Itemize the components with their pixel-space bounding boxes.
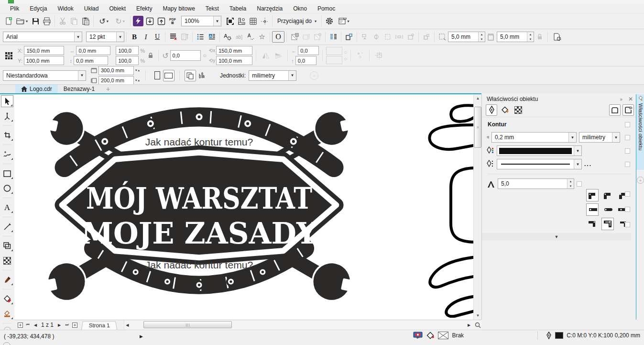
scroll-down-button[interactable]: ▼ — [474, 312, 481, 320]
x-position-field[interactable]: 150,0 mm — [24, 46, 64, 55]
publish-pdf-button[interactable]: PDF⊞ — [167, 15, 178, 27]
offset-x-field[interactable]: 0,0 — [298, 46, 319, 55]
menu-mapy-bitowe[interactable]: Mapy bitowe — [157, 5, 200, 12]
show-rulers-button[interactable] — [236, 15, 247, 27]
open-button[interactable]: ▾ — [14, 15, 30, 27]
text-frame-button[interactable] — [343, 31, 355, 43]
margin-left-spinner[interactable]: 5,0 mm ▲▼ — [448, 32, 485, 42]
save-button[interactable] — [30, 15, 41, 27]
interactive-fill-tool[interactable] — [1, 293, 13, 305]
outline-position-checkbox[interactable] — [625, 222, 630, 227]
outline-outside-button[interactable] — [586, 218, 599, 230]
text-tool[interactable]: A — [1, 201, 13, 213]
contour-tool[interactable] — [1, 240, 13, 252]
margin-right-up[interactable]: ▲ — [527, 32, 534, 37]
menu-widok[interactable]: Widok — [52, 5, 78, 12]
portrait-button[interactable] — [152, 70, 163, 81]
dimension-tool[interactable] — [1, 221, 13, 233]
fill-status-icon[interactable] — [426, 332, 435, 340]
smart-fill-tool[interactable] — [1, 308, 13, 320]
menu-narzedzia[interactable]: Narzędzia — [251, 5, 288, 12]
zoom-level-combo[interactable]: 100% ▼ — [181, 16, 221, 26]
menu-plik[interactable]: Plik — [5, 5, 24, 12]
horizontal-scrollbar[interactable]: ◀ ||| ▶ — [124, 320, 481, 330]
scale-y-field[interactable]: 100,0 — [116, 56, 139, 65]
zoom-widget-button[interactable] — [474, 321, 481, 329]
doc-tab-beznazwy[interactable]: Beznazwy-1 — [58, 85, 100, 94]
previous-page-button[interactable]: ◀ — [32, 321, 39, 329]
page-tab-strona1[interactable]: Strona 1 — [81, 321, 117, 330]
offset-y-field[interactable]: 0,0 — [295, 56, 317, 65]
units-combo[interactable]: milimetry ▼ — [249, 70, 296, 81]
columns-button[interactable] — [327, 31, 339, 43]
crop-tool[interactable] — [1, 129, 13, 141]
export-button[interactable] — [155, 15, 167, 27]
snap-to-button[interactable]: Przyciągaj do▾ — [274, 15, 319, 27]
landscape-button[interactable] — [163, 70, 175, 81]
color-proof-icon[interactable] — [413, 332, 423, 339]
object-properties-vertical-tab[interactable]: Właściwości obiektu — [636, 94, 644, 170]
docker-close-button[interactable]: ✕ — [628, 96, 633, 102]
outline-shapes-partial[interactable] — [425, 95, 475, 318]
options-gear-button[interactable] — [324, 15, 335, 27]
print-button[interactable] — [41, 15, 53, 27]
outline-units-combo[interactable]: milimetry ▼ — [579, 132, 620, 143]
frame-visibility-button[interactable] — [622, 104, 634, 116]
rectangle-tool[interactable] — [1, 167, 13, 179]
cap-butt-button[interactable] — [586, 203, 599, 216]
cap-round-button[interactable] — [601, 203, 614, 216]
menu-pomoc[interactable]: Pomoc — [312, 5, 340, 12]
current-page-button[interactable] — [196, 70, 207, 81]
docker-expand-button[interactable]: ▼ — [482, 233, 631, 241]
paste-button[interactable] — [80, 15, 91, 27]
horizontal-scroll-thumb[interactable]: ||| — [143, 321, 232, 328]
undo-dropdown[interactable]: ▾ — [107, 19, 109, 23]
logo-artwork[interactable]: MÓJ WARSZTAT MOJE ZASADY Jak nadać kontu… — [21, 95, 377, 314]
page-height-field[interactable]: 200,0 mm — [98, 76, 134, 85]
show-grid-button[interactable] — [247, 15, 259, 27]
miter-limit-spinner[interactable]: 5,0 ▲▼ — [498, 178, 574, 189]
page-width-spin[interactable]: ▾ ▴ — [135, 68, 140, 72]
document-settings-button[interactable] — [550, 31, 564, 43]
shape-tool[interactable] — [1, 110, 13, 122]
wrap-text-add-button[interactable] — [289, 31, 300, 43]
outline-width-combo[interactable]: 0,2 mm ▼ — [491, 132, 577, 143]
miter-down[interactable]: ▼ — [568, 184, 574, 189]
outline-color-combo[interactable]: ▼ — [497, 145, 582, 156]
new-document-button[interactable] — [3, 15, 14, 27]
menu-tekst[interactable]: Tekst — [200, 5, 224, 12]
page-height-spin[interactable]: ▾ ▴ — [135, 78, 140, 82]
menu-okno[interactable]: Okno — [288, 5, 312, 12]
outline-section-checkbox[interactable] — [625, 122, 630, 127]
menu-uklad[interactable]: Układ — [79, 5, 104, 12]
fullscreen-preview-button[interactable] — [224, 15, 236, 27]
add-page-after-button[interactable] — [71, 321, 78, 329]
outline-style-checkbox[interactable] — [625, 162, 630, 167]
character-formatting-button[interactable]: A — [222, 31, 233, 43]
fill-none-swatch[interactable] — [438, 332, 448, 339]
outline-color-status-swatch[interactable] — [555, 332, 563, 339]
show-guidelines-button[interactable] — [259, 15, 270, 27]
window-options-button[interactable]: ▾ — [335, 15, 352, 27]
first-page-button[interactable]: ⏮ — [24, 321, 32, 329]
eyedropper-tool[interactable] — [1, 274, 13, 286]
margin-left-down[interactable]: ▼ — [479, 37, 485, 42]
corner-style-checkbox[interactable] — [625, 191, 630, 197]
freehand-tool[interactable] — [1, 148, 13, 160]
add-page-before-button[interactable] — [16, 321, 24, 329]
menu-tabela[interactable]: Tabela — [224, 5, 251, 12]
open-dropdown[interactable]: ▾ — [26, 19, 28, 23]
drawing-canvas[interactable]: MÓJ WARSZTAT MOJE ZASADY Jak nadać kontu… — [14, 94, 481, 320]
bulleted-list-button[interactable] — [195, 31, 206, 43]
fill-section-tab[interactable] — [499, 104, 511, 116]
bold-button[interactable]: B — [129, 31, 140, 43]
vertical-scrollbar[interactable]: ▲ ≡ ▼ — [473, 94, 481, 320]
scroll-up-button[interactable]: ▲ — [474, 94, 481, 102]
pick-tool[interactable] — [1, 95, 13, 107]
corner-miter-button[interactable] — [586, 189, 599, 201]
cap-style-checkbox[interactable] — [625, 207, 630, 212]
drop-cap-button[interactable]: A — [206, 31, 218, 43]
rotation-center-y-field[interactable]: 100,0 mm — [216, 56, 252, 65]
docker-collapse-button[interactable]: » — [620, 97, 622, 102]
font-size-combo[interactable]: 12 pkt ▼ — [86, 32, 124, 42]
